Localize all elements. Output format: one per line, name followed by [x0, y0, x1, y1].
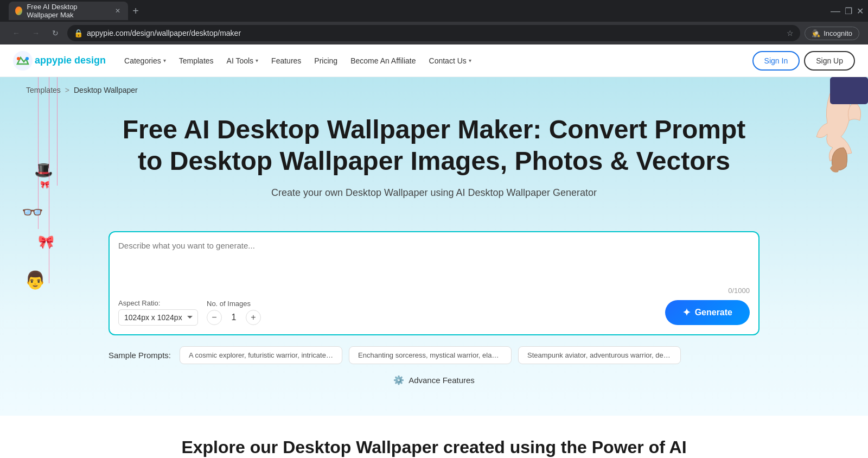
nav-features[interactable]: Features: [266, 53, 307, 68]
sample-chip-1[interactable]: A cosmic explorer, futuristic warrior, i…: [180, 346, 342, 364]
nav-pricing[interactable]: Pricing: [309, 53, 343, 68]
breadcrumb-separator: >: [65, 86, 69, 94]
prompt-textarea[interactable]: [118, 241, 750, 284]
hero-subtitle: Create your own Desktop Wallpaper using …: [108, 187, 760, 199]
nav-contact[interactable]: Contact Us ▾: [424, 53, 477, 68]
signup-button[interactable]: Sign Up: [804, 51, 855, 71]
forward-button[interactable]: →: [28, 26, 43, 41]
prompt-counter: 0/1000: [118, 287, 750, 295]
maximize-button[interactable]: ❐: [845, 6, 852, 16]
nav-auth: Sign In Sign Up: [752, 51, 855, 71]
address-input[interactable]: [67, 25, 800, 41]
hero-title: Free AI Desktop Wallpaper Maker: Convert…: [108, 114, 760, 176]
breadcrumb-current: Desktop Wallpaper: [74, 86, 138, 94]
browser-chrome: Free AI Desktop Wallpaper Mak ✕ + — ❐ ✕: [0, 0, 868, 22]
back-button[interactable]: ←: [9, 26, 24, 41]
quantity-control: − 1 +: [207, 310, 261, 325]
hanging-bowtie: 🎀: [38, 234, 54, 250]
advance-features-section: ⚙️ Advance Features: [0, 375, 868, 385]
contact-chevron-icon: ▾: [469, 58, 471, 63]
hero-section: 👓 🎀 🎩 🎀 👨: [0, 77, 868, 416]
nav-affiliate[interactable]: Become An Affiliate: [345, 53, 421, 68]
nav-ai-tools[interactable]: AI Tools ▾: [221, 53, 264, 68]
address-bar: ← → ↻ 🔒 ☆ 🕵️ Incognito: [0, 22, 868, 44]
sample-chips-container: A cosmic explorer, futuristic warrior, i…: [180, 346, 681, 364]
hero-content: Free AI Desktop Wallpaper Maker: Convert…: [0, 103, 868, 231]
tab-title: Free AI Desktop Wallpaper Mak: [27, 3, 110, 19]
signin-button[interactable]: Sign In: [752, 51, 800, 71]
quantity-value: 1: [228, 313, 239, 322]
categories-chevron-icon: ▾: [163, 58, 166, 63]
bottom-section: Explore our Desktop Wallpaper created us…: [0, 416, 868, 458]
quantity-decrease-button[interactable]: −: [207, 310, 222, 325]
advance-features-label: Advance Features: [409, 376, 475, 385]
svg-point-1: [17, 57, 20, 60]
active-tab[interactable]: Free AI Desktop Wallpaper Mak ✕: [9, 2, 128, 20]
incognito-label: Incognito: [824, 29, 852, 37]
tab-close-button[interactable]: ✕: [114, 7, 122, 15]
logo[interactable]: appypie design: [13, 51, 106, 71]
incognito-button[interactable]: 🕵️ Incognito: [805, 27, 859, 40]
breadcrumb-home[interactable]: Templates: [26, 86, 61, 94]
top-nav: appypie design Categories ▾ Templates AI…: [0, 44, 868, 77]
bookmark-icon[interactable]: ☆: [787, 29, 794, 37]
sample-prompts-section: Sample Prompts: A cosmic explorer, futur…: [108, 346, 760, 364]
ai-tools-chevron-icon: ▾: [256, 58, 258, 63]
aspect-ratio-select[interactable]: 1024px x 1024px: [118, 309, 198, 326]
lock-icon: 🔒: [74, 29, 83, 37]
tab-favicon: [15, 7, 22, 15]
svg-point-2: [25, 57, 29, 60]
images-count-section: No. of Images − 1 +: [207, 300, 261, 325]
nav-links: Categories ▾ Templates AI Tools ▾ Featur…: [119, 53, 752, 68]
nav-templates[interactable]: Templates: [174, 53, 219, 68]
gear-icon: ⚙️: [393, 375, 404, 385]
sample-chip-3[interactable]: Steampunk aviator, adventurous warrior, …: [518, 346, 681, 364]
new-tab-button[interactable]: +: [128, 3, 143, 18]
appypie-logo-icon: [13, 51, 33, 71]
generate-icon: ✦: [682, 307, 691, 319]
advance-features-button[interactable]: ⚙️ Advance Features: [393, 375, 475, 385]
generator-box: 0/1000 Aspect Ratio: 1024px x 1024px No.…: [108, 231, 760, 335]
generate-button[interactable]: ✦ Generate: [665, 300, 750, 325]
logo-text: appypie design: [35, 55, 106, 66]
incognito-icon: 🕵️: [812, 29, 820, 37]
generate-label: Generate: [695, 308, 732, 317]
images-label: No. of Images: [207, 300, 261, 308]
generator-controls: Aspect Ratio: 1024px x 1024px No. of Ima…: [118, 299, 750, 326]
website: appypie design Categories ▾ Templates AI…: [0, 44, 868, 458]
breadcrumb: Templates > Desktop Wallpaper: [0, 77, 868, 103]
aspect-ratio-section: Aspect Ratio: 1024px x 1024px: [118, 299, 198, 326]
nav-categories[interactable]: Categories ▾: [119, 53, 171, 68]
address-wrapper: 🔒 ☆: [67, 25, 800, 41]
bottom-title: Explore our Desktop Wallpaper created us…: [22, 437, 846, 457]
sample-prompts-label: Sample Prompts:: [108, 351, 171, 360]
sample-chip-2[interactable]: Enchanting sorceress, mystical warrior, …: [349, 346, 512, 364]
hanging-mustache: 👨: [24, 270, 46, 290]
aspect-ratio-label: Aspect Ratio:: [118, 299, 198, 307]
close-window-button[interactable]: ✕: [857, 6, 864, 16]
minimize-button[interactable]: —: [831, 5, 840, 17]
quantity-increase-button[interactable]: +: [246, 310, 261, 325]
tab-bar: Free AI Desktop Wallpaper Mak ✕ +: [9, 0, 826, 22]
refresh-button[interactable]: ↻: [48, 26, 63, 41]
